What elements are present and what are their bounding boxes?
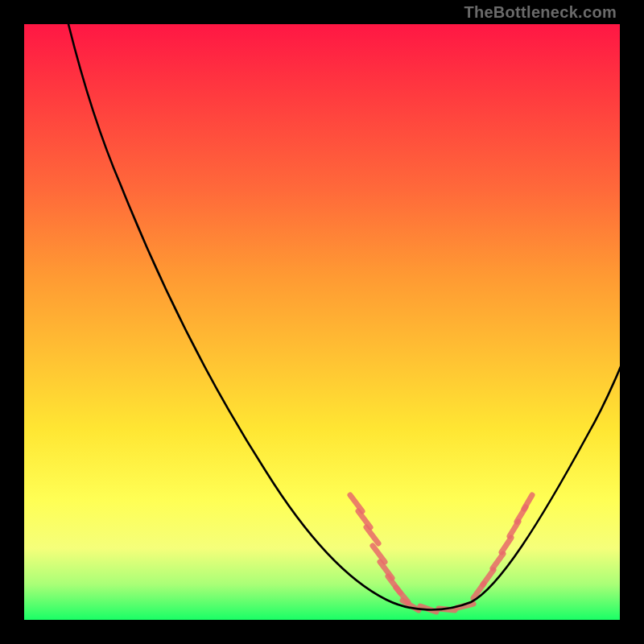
svg-line-14 — [502, 538, 511, 552]
svg-line-17 — [524, 495, 532, 509]
watermark-text: TheBottleneck.com — [464, 3, 617, 22]
chart-frame: TheBottleneck.com — [0, 0, 644, 644]
chart-plot-area — [24, 24, 620, 620]
highlight-hatch-left — [350, 495, 408, 602]
highlight-hatch-right — [473, 495, 532, 598]
curve-svg — [24, 24, 620, 620]
svg-line-12 — [483, 570, 493, 584]
svg-line-2 — [366, 527, 378, 543]
bottleneck-curve — [68, 24, 621, 609]
svg-line-0 — [350, 495, 362, 511]
svg-line-1 — [358, 511, 370, 527]
svg-line-13 — [493, 554, 503, 568]
